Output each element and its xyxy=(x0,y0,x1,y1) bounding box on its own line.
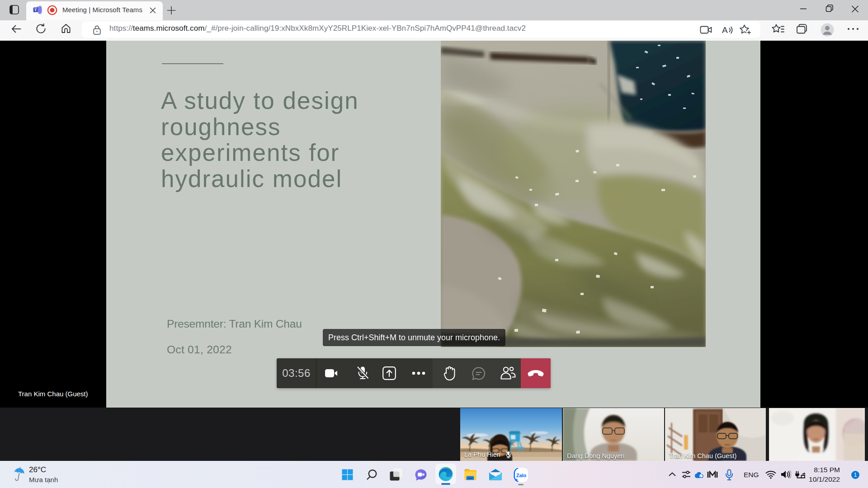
svg-text:Zalo: Zalo xyxy=(516,473,527,478)
svg-text:T: T xyxy=(34,8,37,12)
svg-text:A: A xyxy=(722,25,728,35)
